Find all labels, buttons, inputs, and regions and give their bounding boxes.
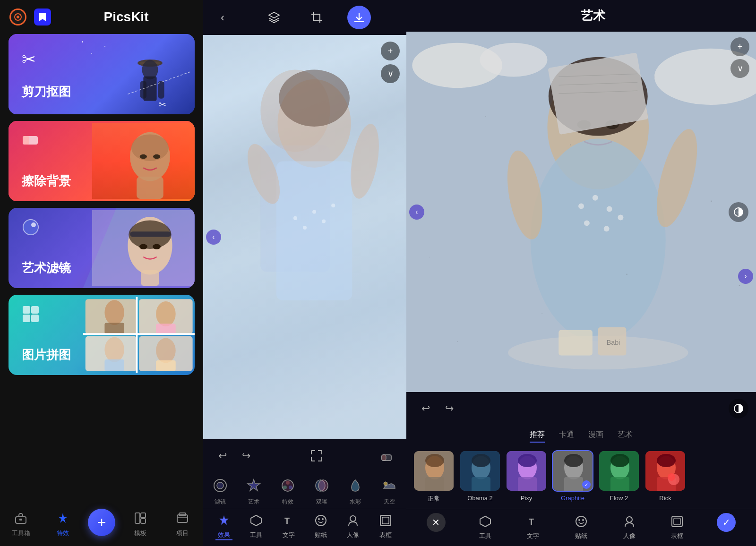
svg-rect-12 [23, 136, 29, 145]
nav-item-toolbox[interactable]: 工具箱 [4, 512, 37, 537]
editor-tools-center [234, 6, 399, 29]
filter-bg-flow2 [599, 451, 639, 491]
download-tool[interactable] [347, 6, 371, 29]
sub-tool-sticker[interactable]: 贴纸 [312, 512, 329, 540]
right-redo-button[interactable]: ↪ [438, 397, 461, 420]
projects-label: 项目 [176, 529, 189, 537]
svg-rect-46 [156, 360, 176, 371]
canvas-left-arrow[interactable]: ‹ [206, 230, 221, 245]
filter-item-normal[interactable]: 正常 [413, 450, 455, 503]
art-tabs: 推荐 卡通 漫画 艺术 [406, 425, 756, 445]
filter-label-flow2: Flow 2 [610, 495, 628, 502]
svg-rect-52 [135, 513, 140, 523]
art-tab-recommended[interactable]: 推荐 [530, 430, 545, 443]
filter-thumb-normal [413, 450, 455, 492]
filter-item-flow2[interactable]: Flow 2 [598, 450, 640, 503]
right-sub-tool-frames[interactable]: 表框 [669, 513, 686, 540]
svg-rect-42 [156, 324, 176, 334]
canvas-chevron-button[interactable]: ∨ [381, 64, 400, 83]
svg-marker-51 [58, 513, 68, 523]
feature-card-cut[interactable]: ✂ 剪刀抠图 [9, 34, 195, 114]
right-brightness-ctrl[interactable] [729, 399, 748, 418]
canvas-svg [203, 35, 406, 439]
svg-point-15 [131, 134, 169, 161]
sub-tool-effects[interactable]: 效果 [215, 512, 232, 540]
svg-point-83 [384, 482, 387, 486]
right-sub-tool-text[interactable]: T 文字 [524, 513, 541, 540]
filter-tool[interactable]: 滤镜 [204, 475, 237, 506]
cancel-button[interactable]: ✕ [427, 513, 446, 532]
sub-frames-label: 表框 [379, 531, 392, 539]
filter-item-obama2[interactable]: Obama 2 [459, 450, 501, 503]
svg-point-152 [610, 454, 629, 467]
brightness-button[interactable] [729, 202, 748, 222]
right-sub-tool-tools[interactable]: 工具 [477, 513, 494, 540]
sub-tool-tools[interactable]: 工具 [248, 512, 265, 540]
card-illustration-art [92, 208, 195, 288]
sub-tool-frames[interactable]: 表框 [377, 512, 394, 540]
art-tool-label: 艺术 [248, 498, 259, 506]
nav-item-templates[interactable]: 模板 [124, 512, 157, 537]
editor-header: ‹ [203, 0, 406, 35]
filter-thumb-rick [644, 450, 686, 492]
double-tool[interactable]: 双曝 [305, 475, 338, 506]
svg-point-88 [318, 518, 320, 520]
right-plus-button[interactable]: + [730, 37, 749, 56]
sub-tool-text[interactable]: T 文字 [280, 512, 297, 540]
right-panel: 艺术 [406, 0, 756, 546]
svg-text:✂: ✂ [22, 50, 36, 68]
art-tab-art[interactable]: 艺术 [618, 430, 633, 443]
watercolor-icon [345, 475, 366, 496]
right-canvas-svg: Babi [406, 32, 756, 392]
filter-item-rick[interactable]: Rick [644, 450, 686, 503]
svg-rect-126 [429, 257, 430, 257]
svg-point-64 [279, 70, 350, 127]
right-right-arrow[interactable]: › [738, 269, 753, 284]
right-undo-button[interactable]: ↩ [414, 397, 438, 420]
card-label-collage: 图片拼图 [22, 347, 71, 363]
art-tab-cartoon[interactable]: 卡通 [559, 430, 574, 443]
nav-item-effects[interactable]: 特效 [46, 512, 79, 537]
redo-button[interactable]: ↪ [234, 444, 258, 468]
right-sub-tool-sticker[interactable]: 贴纸 [573, 513, 590, 540]
right-chevron-button[interactable]: ∨ [730, 59, 749, 78]
right-header: 艺术 [406, 0, 756, 32]
app-logo[interactable] [9, 9, 26, 26]
right-sub-tools: ✕ 工具 T 文字 [406, 509, 756, 546]
confirm-button[interactable]: ✓ [717, 513, 736, 532]
cancel-icon: ✕ [432, 517, 440, 528]
feature-card-erase[interactable]: 擦除背景 [9, 121, 195, 201]
svg-text:T: T [284, 516, 290, 526]
svg-point-18 [153, 154, 160, 159]
feature-card-art[interactable]: 艺术滤镜 [9, 208, 195, 288]
filter-thumb-flow2 [598, 450, 640, 492]
right-sub-tool-portrait[interactable]: 人像 [621, 513, 638, 540]
sky-icon [379, 475, 400, 496]
feature-card-collage[interactable]: 图片拼图 [9, 295, 195, 375]
art-tool[interactable]: 艺术 [237, 475, 270, 506]
editor-sub-tools: 效果 工具 T 文字 [203, 508, 406, 546]
back-button[interactable]: ‹ [211, 6, 234, 29]
app-title: PicsKit [59, 9, 194, 25]
effects-tool[interactable]: 特效 [271, 475, 304, 506]
art-tab-manga[interactable]: 漫画 [588, 430, 603, 443]
collage-card-icon [22, 305, 40, 325]
sub-tool-portrait[interactable]: 人像 [344, 512, 361, 540]
eraser-button[interactable] [375, 444, 399, 468]
canvas-plus-button[interactable]: + [381, 42, 400, 60]
bookmark-button[interactable] [34, 9, 51, 26]
svg-rect-127 [739, 285, 740, 286]
watercolor-tool[interactable]: 水彩 [339, 475, 372, 506]
crop-tool[interactable] [305, 6, 328, 29]
expand-button[interactable] [305, 444, 328, 468]
layers-tool[interactable] [262, 6, 286, 29]
right-left-arrow[interactable]: ‹ [409, 205, 424, 220]
nav-item-projects[interactable]: 项目 [166, 512, 199, 537]
sky-tool[interactable]: 天空 [373, 475, 406, 506]
filter-item-graphite[interactable]: ✓ Graphite [552, 450, 593, 503]
effects-tool-icon [277, 475, 298, 496]
right-bottom: ↩ ↪ 推荐 卡通 漫画 [406, 392, 756, 546]
undo-button[interactable]: ↩ [211, 444, 234, 468]
add-button[interactable]: + [88, 509, 115, 536]
filter-item-pixy[interactable]: Pixy [506, 450, 547, 503]
